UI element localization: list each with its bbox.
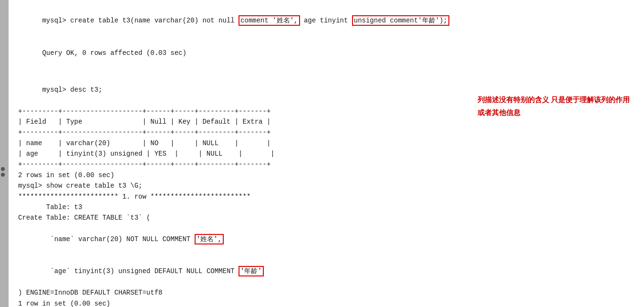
dot1 [1, 167, 5, 171]
table-row: 2 rows in set (0.00 sec) [18, 170, 634, 180]
query-ok-line: Query OK, 0 rows affected (0.03 sec) [18, 37, 634, 69]
table-row: +---------+--------------------+------+-… [18, 127, 634, 138]
create-mid: age tinyint [300, 17, 352, 24]
footer-row: ) ENGINE=InnoDB DEFAULT CHARSET=utf8 [18, 287, 634, 298]
annotation-line1: 列描述没有特别的含义 只是便于理解该列的作用 [478, 93, 630, 106]
age-comment-line: `age` tinyint(3) unsigned DEFAULT NULL C… [18, 255, 634, 287]
table-row: +---------+--------------------+------+-… [18, 159, 634, 169]
dot2 [1, 173, 5, 177]
show-create-block: mysql> show create table t3 \G;*********… [18, 180, 634, 223]
show-create-row: ************************* 1. row *******… [18, 191, 634, 202]
create-pre: mysql> create table t3(name varchar(20) … [42, 17, 239, 24]
query-ok-text: Query OK, 0 rows affected (0.03 sec) [42, 49, 186, 57]
name-line-pre: `name` varchar(20) NOT NULL COMMENT [42, 235, 194, 243]
desc-t3-text: mysql> desc t3; [42, 86, 102, 94]
age-comment-highlight: '年龄' [239, 266, 264, 276]
create-table-line: mysql> create table t3(name varchar(20) … [18, 5, 634, 37]
annotation-block: 列描述没有特别的含义 只是便于理解该列的作用 或者其他信息 [478, 93, 630, 119]
name-comment-line: `name` varchar(20) NOT NULL COMMENT '姓名'… [18, 223, 634, 255]
show-create-row: Create Table: CREATE TABLE `t3` ( [18, 212, 634, 223]
name-comment-highlight: '姓名', [195, 234, 224, 244]
main-container: mysql> create table t3(name varchar(20) … [0, 0, 644, 307]
show-create-row: mysql> show create table t3 \G; [18, 180, 634, 191]
table-row: | name | varchar(20) | NO | | NULL | | [18, 138, 634, 148]
footer-row: 1 row in set (0.00 sec) [18, 298, 634, 307]
left-bar-dots [1, 167, 5, 177]
footer-lines: ) ENGINE=InnoDB DEFAULT CHARSET=utf81 ro… [18, 287, 634, 307]
table-row: | age | tinyint(3) unsigned | YES | | NU… [18, 148, 634, 159]
annotation-line2: 或者其他信息 [478, 106, 630, 119]
show-create-row: Table: t3 [18, 202, 634, 212]
comment2-highlight: unsigned comment'年龄'); [352, 15, 449, 26]
left-bar [0, 0, 9, 307]
age-line-pre: `age` tinyint(3) unsigned DEFAULT NULL C… [42, 267, 239, 275]
comment1-highlight: comment '姓名', [239, 15, 300, 26]
content-area: mysql> create table t3(name varchar(20) … [9, 0, 644, 307]
